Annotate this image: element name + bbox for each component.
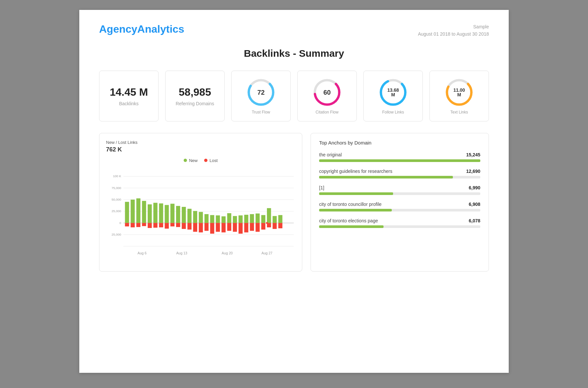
svg-rect-65 bbox=[244, 223, 248, 233]
svg-rect-59 bbox=[227, 223, 231, 231]
bars-group bbox=[125, 198, 282, 234]
citation-flow-label: Citation Flow bbox=[315, 110, 338, 114]
svg-rect-56 bbox=[222, 216, 226, 223]
follow-links-donut: 13.68 M bbox=[378, 78, 408, 107]
svg-rect-64 bbox=[244, 215, 248, 223]
svg-rect-34 bbox=[159, 203, 163, 223]
svg-rect-77 bbox=[278, 223, 282, 228]
svg-rect-60 bbox=[233, 216, 237, 223]
anchor-track-5 bbox=[319, 225, 480, 228]
chart-legend: New Lost bbox=[106, 158, 295, 163]
header-meta: Sample August 01 2018 to August 30 2018 bbox=[418, 23, 489, 38]
anchor-fill-3 bbox=[319, 192, 393, 195]
anchor-item-3: [1] 6,990 bbox=[319, 185, 480, 195]
bottom-row: New / Lost Links 762 K New Lost bbox=[99, 133, 489, 272]
chart-subtitle: 762 K bbox=[106, 146, 295, 153]
metric-card-text-links: 11.00 M Text Links bbox=[429, 71, 489, 121]
svg-rect-67 bbox=[250, 223, 254, 231]
anchor-count-5: 6,078 bbox=[469, 218, 480, 223]
svg-rect-70 bbox=[261, 215, 265, 223]
anchor-item-4: city of toronto councillor profile 6,908 bbox=[319, 202, 480, 211]
svg-rect-62 bbox=[239, 215, 242, 223]
follow-links-value: 13.68 M bbox=[386, 88, 401, 97]
svg-rect-66 bbox=[250, 214, 254, 223]
svg-rect-38 bbox=[170, 204, 174, 223]
logo-agency: Agency bbox=[99, 23, 137, 35]
svg-rect-76 bbox=[278, 215, 282, 223]
anchor-row-5: city of toronto elections page 6,078 bbox=[319, 218, 480, 223]
svg-rect-42 bbox=[182, 207, 186, 223]
anchor-item-1: the original 15,245 bbox=[319, 152, 480, 162]
anchor-count-1: 15,245 bbox=[466, 152, 480, 157]
anchor-track-3 bbox=[319, 192, 480, 195]
svg-rect-54 bbox=[216, 215, 220, 223]
legend-lost-label: Lost bbox=[209, 158, 218, 163]
svg-rect-31 bbox=[148, 223, 152, 228]
trust-flow-label: Trust Flow bbox=[252, 110, 270, 114]
metric-card-citation-flow: 60 Citation Flow bbox=[297, 71, 357, 121]
svg-rect-33 bbox=[153, 223, 157, 228]
svg-text:Aug 27: Aug 27 bbox=[261, 251, 272, 255]
svg-text:25,000: 25,000 bbox=[112, 233, 121, 236]
anchors-panel: Top Anchors by Domain the original 15,24… bbox=[311, 133, 489, 272]
backlinks-value: 14.45 M bbox=[110, 86, 148, 98]
svg-rect-47 bbox=[193, 223, 197, 232]
svg-rect-61 bbox=[233, 223, 237, 232]
svg-text:50,000: 50,000 bbox=[112, 198, 121, 201]
metric-card-trust-flow: 72 Trust Flow bbox=[231, 71, 291, 121]
svg-rect-52 bbox=[210, 215, 214, 223]
svg-rect-63 bbox=[239, 223, 242, 234]
metric-card-backlinks: 14.45 M Backlinks bbox=[99, 71, 159, 121]
svg-rect-71 bbox=[261, 223, 265, 230]
svg-text:100 K: 100 K bbox=[113, 174, 122, 178]
svg-text:Aug 20: Aug 20 bbox=[222, 251, 233, 255]
anchor-name-5: city of toronto elections page bbox=[319, 218, 378, 223]
metric-card-referring-domains: 58,985 Referring Domains bbox=[165, 71, 225, 121]
svg-rect-27 bbox=[136, 223, 140, 227]
svg-rect-39 bbox=[170, 223, 174, 227]
svg-rect-75 bbox=[273, 223, 276, 229]
page-title: Backlinks - Summary bbox=[99, 48, 489, 59]
referring-domains-label: Referring Domains bbox=[176, 101, 214, 106]
logo: AgencyAnalytics bbox=[99, 23, 184, 35]
anchor-fill-5 bbox=[319, 225, 384, 228]
svg-rect-23 bbox=[125, 223, 129, 227]
metrics-row: 14.45 M Backlinks 58,985 Referring Domai… bbox=[99, 71, 489, 121]
svg-rect-22 bbox=[125, 202, 129, 223]
svg-rect-43 bbox=[182, 223, 186, 229]
svg-text:25,000: 25,000 bbox=[112, 209, 121, 213]
anchor-name-1: the original bbox=[319, 152, 342, 157]
anchors-title: Top Anchors by Domain bbox=[319, 140, 480, 146]
anchor-track-4 bbox=[319, 209, 480, 211]
trust-flow-value: 72 bbox=[257, 89, 265, 96]
svg-rect-72 bbox=[267, 208, 271, 223]
trust-flow-donut: 72 bbox=[246, 78, 276, 107]
citation-flow-value: 60 bbox=[323, 89, 331, 96]
anchor-fill-4 bbox=[319, 209, 392, 211]
follow-links-label: Follow Links bbox=[382, 110, 404, 114]
header: AgencyAnalytics Sample August 01 2018 to… bbox=[99, 23, 489, 38]
meta-date: August 01 2018 to August 30 2018 bbox=[418, 30, 489, 38]
svg-rect-46 bbox=[193, 211, 197, 223]
svg-rect-45 bbox=[187, 223, 191, 230]
svg-rect-44 bbox=[187, 209, 191, 223]
anchor-row-1: the original 15,245 bbox=[319, 152, 480, 157]
bar-chart-svg: 100 K 75,000 50,000 25,000 0 25,000 bbox=[106, 168, 295, 260]
svg-rect-40 bbox=[176, 206, 180, 223]
legend-new-label: New bbox=[189, 158, 198, 163]
bar-chart-panel: New / Lost Links 762 K New Lost bbox=[99, 133, 302, 272]
svg-text:0: 0 bbox=[120, 221, 121, 224]
svg-rect-29 bbox=[142, 223, 146, 226]
svg-rect-74 bbox=[273, 216, 276, 223]
svg-text:Aug 13: Aug 13 bbox=[176, 251, 187, 255]
report-container: AgencyAnalytics Sample August 01 2018 to… bbox=[79, 10, 509, 373]
svg-rect-48 bbox=[199, 212, 203, 223]
svg-rect-37 bbox=[165, 223, 169, 229]
legend-new: New bbox=[184, 158, 198, 163]
anchor-count-3: 6,990 bbox=[469, 185, 480, 190]
svg-text:Aug 6: Aug 6 bbox=[137, 251, 147, 255]
anchor-fill-1 bbox=[319, 159, 480, 162]
anchor-track-1 bbox=[319, 159, 480, 162]
legend-new-dot bbox=[184, 159, 187, 162]
anchor-row-4: city of toronto councillor profile 6,908 bbox=[319, 202, 480, 207]
